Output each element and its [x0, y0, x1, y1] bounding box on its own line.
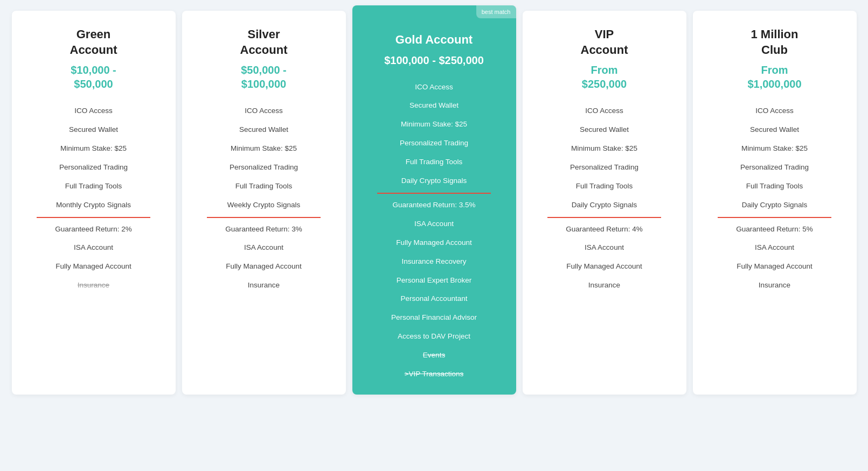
plan-col-green: Green Account$10,000 - $50,000ICO Access… — [12, 11, 176, 395]
feature-item: Minimum Stake: $25 — [363, 115, 505, 134]
feature-item: Guaranteed Return: 4% — [533, 220, 676, 239]
feature-item: Daily Crypto Signals — [363, 172, 505, 191]
features-list-green: ICO AccessSecured WalletMinimum Stake: $… — [23, 102, 165, 295]
feature-item: Minimum Stake: $25 — [193, 139, 335, 158]
feature-item: Access to DAV Project — [363, 327, 505, 346]
plan-name-silver: Silver Account — [240, 27, 288, 58]
feature-item: Full Trading Tools — [704, 177, 846, 196]
divider-line — [207, 217, 321, 218]
feature-item: Personal Accountant — [363, 290, 505, 308]
plan-price-vip: From $250,000 — [582, 63, 627, 91]
feature-item: Personalized Trading — [23, 158, 165, 177]
feature-item: Full Trading Tools — [363, 153, 505, 172]
feature-item: ICO Access — [533, 102, 676, 121]
feature-item: Fully Managed Account — [704, 257, 846, 276]
features-list-gold: ICO AccessSecured WalletMinimum Stake: $… — [363, 78, 505, 384]
feature-item: ICO Access — [704, 102, 846, 121]
feature-item: Full Trading Tools — [533, 177, 676, 196]
divider-line — [547, 217, 661, 218]
feature-item: Fully Managed Account — [533, 257, 676, 276]
plan-col-million: 1 Million ClubFrom $1,000,000ICO AccessS… — [693, 11, 857, 395]
feature-item: ISA Account — [363, 215, 505, 234]
pricing-table: Green Account$10,000 - $50,000ICO Access… — [9, 11, 860, 395]
feature-item: Secured Wallet — [363, 96, 505, 115]
feature-item: Fully Managed Account — [363, 234, 505, 252]
feature-item: ISA Account — [704, 238, 846, 257]
feature-item: Guaranteed Return: 3.5% — [363, 196, 505, 215]
feature-item: Guaranteed Return: 2% — [23, 220, 165, 239]
feature-item: Insurance — [704, 276, 846, 295]
feature-item: Secured Wallet — [704, 121, 846, 139]
feature-item: ICO Access — [363, 78, 505, 97]
feature-item: Guaranteed Return: 5% — [704, 220, 846, 239]
feature-item: Personalized Trading — [533, 158, 676, 177]
divider-line — [718, 217, 831, 218]
feature-item: Secured Wallet — [193, 121, 335, 139]
feature-item: Guaranteed Return: 3% — [193, 220, 335, 239]
feature-item: ICO Access — [193, 102, 335, 121]
features-list-vip: ICO AccessSecured WalletMinimum Stake: $… — [533, 102, 676, 295]
feature-item: Insurance — [23, 276, 165, 295]
feature-item: Personalized Trading — [704, 158, 846, 177]
feature-item: ISA Account — [23, 238, 165, 257]
feature-item: Daily Crypto Signals — [704, 196, 846, 215]
plan-col-silver: Silver Account$50,000 - $100,000ICO Acce… — [182, 11, 346, 395]
feature-item: Fully Managed Account — [23, 257, 165, 276]
plan-price-gold: $100,000 - $250,000 — [384, 53, 484, 67]
feature-item: Fully Managed Account — [193, 257, 335, 276]
plan-name-million: 1 Million Club — [751, 27, 798, 58]
feature-item: ISA Account — [193, 238, 335, 257]
best-match-badge: best match — [476, 5, 516, 18]
plan-name-gold: Gold Account — [395, 32, 473, 48]
plan-col-gold: best matchGold Account$100,000 - $250,00… — [352, 5, 516, 395]
feature-item: Personalized Trading — [193, 158, 335, 177]
plan-col-vip: VIP AccountFrom $250,000ICO AccessSecure… — [523, 11, 686, 395]
feature-item: Events — [363, 346, 505, 365]
divider-line — [377, 193, 491, 194]
feature-item: Secured Wallet — [533, 121, 676, 139]
features-list-million: ICO AccessSecured WalletMinimum Stake: $… — [704, 102, 846, 295]
feature-item: Full Trading Tools — [193, 177, 335, 196]
feature-item: Secured Wallet — [23, 121, 165, 139]
plan-name-green: Green Account — [70, 27, 117, 58]
feature-item: >VIP Transactions — [363, 365, 505, 384]
plan-price-million: From $1,000,000 — [747, 63, 801, 91]
feature-item: Personal Expert Broker — [363, 271, 505, 290]
feature-item: Insurance — [533, 276, 676, 295]
feature-item: Daily Crypto Signals — [533, 196, 676, 215]
plan-price-silver: $50,000 - $100,000 — [241, 63, 287, 91]
feature-item: Weekly Crypto Signals — [193, 196, 335, 215]
feature-item: Insurance Recovery — [363, 252, 505, 271]
feature-item: Full Trading Tools — [23, 177, 165, 196]
feature-item: Monthly Crypto Signals — [23, 196, 165, 215]
divider-line — [37, 217, 150, 218]
feature-item: Minimum Stake: $25 — [23, 139, 165, 158]
plan-name-vip: VIP Account — [581, 27, 628, 58]
feature-item: Insurance — [193, 276, 335, 295]
plan-price-green: $10,000 - $50,000 — [71, 63, 116, 91]
feature-item: Personal Financial Advisor — [363, 308, 505, 327]
feature-item: Personalized Trading — [363, 134, 505, 153]
features-list-silver: ICO AccessSecured WalletMinimum Stake: $… — [193, 102, 335, 295]
feature-item: Minimum Stake: $25 — [533, 139, 676, 158]
feature-item: ISA Account — [533, 238, 676, 257]
feature-item: ICO Access — [23, 102, 165, 121]
feature-item: Minimum Stake: $25 — [704, 139, 846, 158]
